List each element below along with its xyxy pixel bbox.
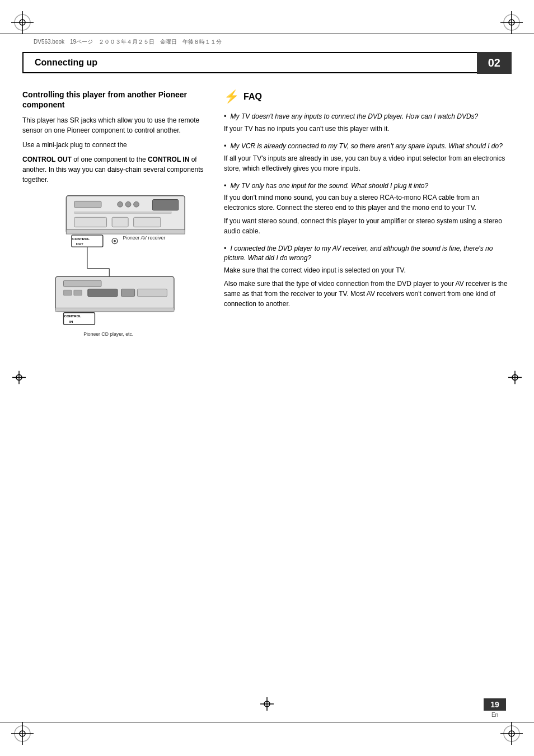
faq-question-3: • My TV only has one input for the sound… <box>224 181 512 191</box>
faq-answer-3a: If you don't mind mono sound, you can bu… <box>224 192 512 213</box>
chapter-number: 02 <box>477 52 512 74</box>
faq-question-2-text: My VCR is already connected to my TV, so… <box>231 142 503 150</box>
diagram-svg: CONTROL OUT Pioneer AV receiver <box>31 193 199 339</box>
faq-header: ⚡ FAQ <box>224 90 512 104</box>
svg-text:CONTROL: CONTROL <box>72 237 90 241</box>
section-title: Controlling this player from another Pio… <box>22 90 207 110</box>
body3-text: of one component to the <box>73 156 148 163</box>
section-body-3: CONTROL OUT of one component to the CONT… <box>22 154 207 185</box>
corner-mark-tr <box>500 11 523 34</box>
svg-point-24 <box>118 202 123 208</box>
faq-item-3: • My TV only has one input for the sound… <box>224 181 512 237</box>
chapter-title: Connecting up <box>22 52 478 73</box>
svg-point-25 <box>125 202 131 208</box>
svg-rect-47 <box>137 289 167 297</box>
svg-rect-45 <box>88 289 118 297</box>
faq-item-4: • I connected the DVD player to my AV re… <box>224 244 512 309</box>
svg-text:CONTROL: CONTROL <box>64 314 81 318</box>
corner-mark-br <box>500 722 523 745</box>
bottom-center-mark <box>260 697 274 712</box>
svg-rect-43 <box>64 290 72 296</box>
control-in-label-inline: CONTROL IN <box>148 156 189 163</box>
svg-rect-48 <box>55 308 174 312</box>
svg-rect-28 <box>74 212 171 214</box>
faq-question-4: • I connected the DVD player to my AV re… <box>224 244 512 263</box>
faq-answer-2: If all your TV's inputs are already in u… <box>224 153 512 173</box>
svg-rect-44 <box>74 290 82 296</box>
bottom-rule <box>0 722 534 722</box>
chapter-header: Connecting up 02 <box>22 50 512 75</box>
faq-icon: ⚡ <box>224 90 239 104</box>
faq-question-1: • My TV doesn't have any inputs to conne… <box>224 112 512 121</box>
right-column: ⚡ FAQ • My TV doesn't have any inputs to… <box>224 90 512 711</box>
faq-item-2: • My VCR is already connected to my TV, … <box>224 142 512 173</box>
header-meta: DV563.book 19ページ ２００３年４月２５日 金曜日 午後８時１１分 <box>34 38 222 46</box>
cd-player-label: Pioneer CD player, etc. <box>83 332 133 337</box>
section-body-2: Use a mini-jack plug to connect the <box>22 140 207 150</box>
faq-question-4-text: I connected the DVD player to my AV rece… <box>224 245 493 262</box>
bullet-1: • <box>224 112 226 120</box>
bullet-4: • <box>224 245 226 252</box>
svg-point-26 <box>134 202 139 208</box>
corner-mark-tl <box>11 11 34 34</box>
page-number: 19 <box>484 698 506 711</box>
section-body-1: This player has SR jacks which allow you… <box>22 115 207 135</box>
svg-rect-29 <box>74 218 107 227</box>
svg-point-37 <box>114 240 116 242</box>
svg-rect-42 <box>64 280 101 287</box>
faq-answer-4b: Also make sure that the type of video co… <box>224 279 512 309</box>
bullet-2: • <box>224 142 226 150</box>
left-column: Controlling this player from another Pio… <box>22 90 207 711</box>
svg-rect-23 <box>74 201 101 208</box>
faq-answer-4a: Make sure that the correct video input i… <box>224 265 512 275</box>
faq-item-1: • My TV doesn't have any inputs to conne… <box>224 112 512 134</box>
faq-answer-1: If your TV has no inputs you can't use t… <box>224 124 512 134</box>
faq-title: FAQ <box>243 92 262 102</box>
av-receiver-label: Pioneer AV receiver <box>123 235 165 241</box>
svg-rect-32 <box>66 230 185 234</box>
svg-rect-30 <box>112 218 128 227</box>
svg-rect-46 <box>121 289 135 297</box>
page-number-area: 19 En <box>484 698 506 718</box>
control-out-label-inline: CONTROL OUT <box>22 156 72 163</box>
main-content: Controlling this player from another Pio… <box>22 90 512 711</box>
faq-question-2: • My VCR is already connected to my TV, … <box>224 142 512 151</box>
diagram-container: CONTROL OUT Pioneer AV receiver <box>22 193 207 339</box>
top-rule <box>0 34 534 34</box>
svg-rect-27 <box>152 200 178 210</box>
corner-mark-bl <box>11 722 34 745</box>
page-lang: En <box>491 712 498 718</box>
svg-text:IN: IN <box>69 320 73 323</box>
faq-answer-3b: If you want stereo sound, connect this p… <box>224 216 512 236</box>
faq-question-3-text: My TV only has one input for the sound. … <box>231 182 429 190</box>
svg-rect-31 <box>134 218 161 227</box>
svg-text:OUT: OUT <box>76 242 83 246</box>
bullet-3: • <box>224 182 226 190</box>
faq-question-1-text: My TV doesn't have any inputs to connect… <box>231 112 479 120</box>
